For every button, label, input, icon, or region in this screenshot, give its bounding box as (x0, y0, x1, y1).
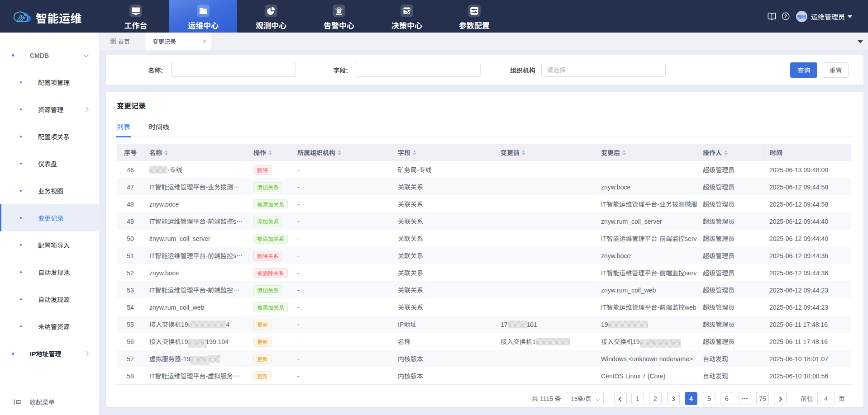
svg-text:?: ? (784, 14, 787, 19)
